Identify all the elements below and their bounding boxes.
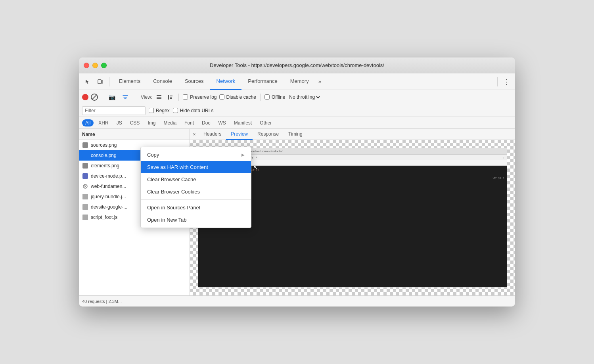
svg-rect-0 bbox=[98, 80, 101, 84]
file-list-panel: Name sources.png console.png bbox=[79, 129, 190, 295]
filter-doc[interactable]: Doc bbox=[199, 119, 213, 126]
panel-tabs: × Headers Preview Response Timing bbox=[190, 129, 515, 140]
tab-performance[interactable]: Performance bbox=[241, 73, 284, 90]
window-title: Developer Tools - https://developers.goo… bbox=[210, 62, 384, 68]
preserve-log-label[interactable]: Preserve log bbox=[183, 94, 217, 100]
filter-bar: Regex Hide data URLs bbox=[79, 104, 515, 117]
devtools-window: Developer Tools - https://developers.goo… bbox=[79, 57, 515, 307]
file-icon-device bbox=[82, 173, 88, 179]
menu-item-open-sources[interactable]: Open in Sources Panel bbox=[141, 201, 190, 214]
top-toolbar: Elements Console Sources Network Perform… bbox=[79, 73, 515, 90]
tab-headers[interactable]: Headers bbox=[199, 129, 226, 140]
nt-divider-3 bbox=[178, 94, 179, 101]
maximize-button[interactable] bbox=[101, 63, 107, 68]
status-bar: 40 requests | 2.3M... bbox=[79, 295, 515, 307]
svg-rect-5 bbox=[168, 95, 169, 100]
context-menu: Copy ▶ Save as HAR with Content ↖ Clear … bbox=[140, 147, 190, 228]
tab-more[interactable]: » bbox=[315, 73, 324, 90]
file-icon-jquery bbox=[82, 193, 88, 200]
filter-js[interactable]: JS bbox=[113, 119, 125, 126]
svg-rect-2 bbox=[157, 95, 161, 96]
tab-memory[interactable]: Memory bbox=[284, 73, 315, 90]
filter-css[interactable]: CSS bbox=[127, 119, 143, 126]
close-button[interactable] bbox=[84, 63, 89, 68]
disable-cache-checkbox[interactable] bbox=[219, 94, 224, 100]
menu-item-save-har[interactable]: Save as HAR with Content ↖ bbox=[141, 161, 190, 173]
filter-input[interactable] bbox=[82, 106, 146, 115]
file-icon-console bbox=[82, 152, 88, 159]
svg-rect-6 bbox=[170, 96, 172, 96]
nt-divider-1 bbox=[102, 92, 102, 102]
disable-cache-label[interactable]: Disable cache bbox=[219, 94, 256, 100]
hide-data-urls-label[interactable]: Hide data URLs bbox=[173, 108, 214, 113]
offline-label[interactable]: Offline bbox=[264, 94, 285, 100]
devtools-content: Elements Console Sources Network Perform… bbox=[79, 73, 515, 307]
hide-data-urls-checkbox[interactable] bbox=[173, 108, 178, 113]
svg-rect-7 bbox=[170, 97, 172, 98]
titlebar: Developer Tools - https://developers.goo… bbox=[79, 57, 515, 73]
tab-navigation: Elements Console Sources Network Perform… bbox=[113, 73, 494, 90]
tab-timing[interactable]: Timing bbox=[284, 129, 307, 140]
offline-checkbox[interactable] bbox=[264, 94, 270, 100]
svg-rect-8 bbox=[170, 98, 172, 99]
svg-rect-1 bbox=[102, 80, 103, 83]
panel-close-button[interactable]: × bbox=[192, 132, 197, 137]
regex-label[interactable]: Regex bbox=[149, 108, 170, 113]
tab-console[interactable]: Console bbox=[147, 73, 178, 90]
menu-item-clear-cache[interactable]: Clear Browser Cache bbox=[141, 173, 190, 186]
type-filter-bar: All XHR JS CSS Img Media Font Doc WS Man… bbox=[79, 117, 515, 129]
network-toolbar: 📷 View: bbox=[79, 90, 515, 104]
tab-response[interactable]: Response bbox=[253, 129, 284, 140]
filter-other[interactable]: Other bbox=[257, 119, 275, 126]
context-menu-overlay: Copy ▶ Save as HAR with Content ↖ Clear … bbox=[140, 147, 190, 228]
minimize-button[interactable] bbox=[92, 63, 98, 68]
nt-divider-4 bbox=[260, 94, 261, 101]
filter-font[interactable]: Font bbox=[181, 119, 197, 126]
record-button[interactable] bbox=[82, 94, 88, 100]
more-options-button[interactable]: ⋮ bbox=[501, 76, 512, 87]
status-text: 40 requests | 2.3M... bbox=[82, 299, 122, 304]
camera-button[interactable]: 📷 bbox=[106, 92, 117, 103]
filter-img[interactable]: Img bbox=[144, 119, 159, 126]
filter-ws[interactable]: WS bbox=[215, 119, 229, 126]
file-icon-script bbox=[82, 214, 88, 220]
view-label: View: bbox=[141, 94, 152, 100]
list-view-button[interactable] bbox=[155, 93, 163, 102]
file-list-header: Name bbox=[79, 129, 190, 140]
svg-rect-4 bbox=[157, 98, 161, 99]
nt-divider-2 bbox=[135, 92, 135, 102]
throttle-select[interactable]: No throttling bbox=[287, 94, 321, 100]
filter-button[interactable] bbox=[120, 92, 131, 103]
waterfall-view-button[interactable] bbox=[166, 93, 174, 102]
menu-item-clear-cookies[interactable]: Clear Browser Cookies bbox=[141, 186, 190, 198]
preserve-log-checkbox[interactable] bbox=[183, 94, 188, 100]
svg-rect-3 bbox=[157, 97, 161, 98]
cursor-tool-button[interactable] bbox=[82, 76, 93, 87]
device-toggle-button[interactable] bbox=[95, 76, 106, 87]
file-icon-sources bbox=[82, 142, 88, 148]
tab-elements[interactable]: Elements bbox=[113, 73, 147, 90]
filter-manifest[interactable]: Manifest bbox=[231, 119, 255, 126]
file-icon-elements bbox=[82, 163, 88, 169]
tab-sources[interactable]: Sources bbox=[178, 73, 210, 90]
filter-xhr[interactable]: XHR bbox=[95, 119, 111, 126]
tab-preview[interactable]: Preview bbox=[226, 129, 253, 140]
menu-item-open-tab[interactable]: Open in New Tab bbox=[141, 214, 190, 226]
file-icon-web-fund bbox=[82, 183, 88, 190]
menu-divider bbox=[141, 199, 190, 200]
divider-2 bbox=[497, 77, 498, 86]
filter-media[interactable]: Media bbox=[160, 119, 180, 126]
traffic-lights bbox=[84, 63, 107, 68]
regex-checkbox[interactable] bbox=[149, 108, 154, 113]
filter-all[interactable]: All bbox=[82, 119, 94, 126]
tab-network[interactable]: Network bbox=[210, 73, 242, 90]
divider-1 bbox=[109, 77, 109, 86]
clear-button[interactable] bbox=[91, 94, 98, 101]
menu-item-copy[interactable]: Copy ▶ bbox=[141, 149, 190, 161]
main-content: Name sources.png console.png bbox=[79, 129, 515, 295]
file-icon-devsite bbox=[82, 204, 88, 210]
